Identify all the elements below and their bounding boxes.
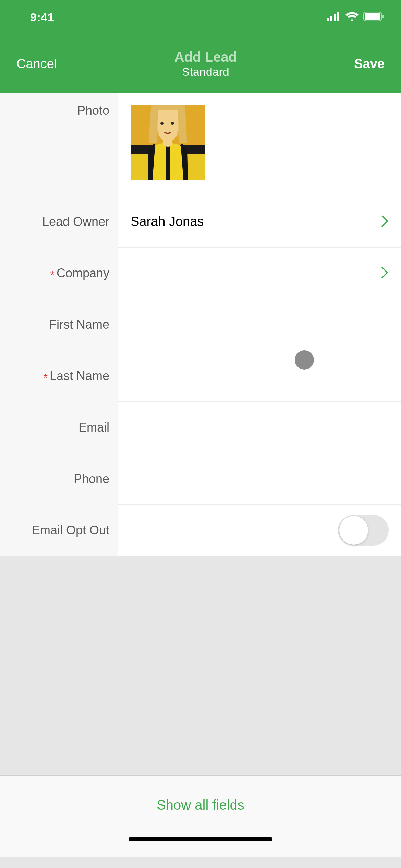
svg-rect-3 [337,12,339,21]
home-indicator[interactable] [129,837,272,841]
required-icon: * [50,269,54,281]
status-bar: 9:41 [0,0,401,34]
first-name-label: First Name [49,317,109,332]
chevron-right-icon [381,215,389,229]
page-title: Add Lead [174,49,237,64]
row-photo: Photo [0,93,401,196]
nav-title-group: Add Lead Standard [174,49,237,79]
home-indicator-area [0,834,401,857]
email-opt-out-toggle[interactable] [338,515,389,546]
photo-cell[interactable] [118,93,401,196]
lead-form: Photo [0,93,401,556]
row-last-name[interactable]: *Last Name [0,350,401,402]
cellular-icon [327,12,341,23]
row-email[interactable]: Email [0,402,401,453]
label-col: First Name [0,299,118,350]
status-indicators [327,12,385,23]
email-label: Email [78,420,109,435]
cursor-indicator [295,350,314,370]
lead-owner-label: Lead Owner [42,215,109,229]
email-opt-out-label: Email Opt Out [32,523,109,538]
battery-icon [363,12,385,23]
label-col: Phone [0,453,118,505]
nav-bar: Cancel Add Lead Standard Save [0,34,401,93]
footer: Show all fields [0,776,401,834]
svg-rect-5 [365,13,380,20]
row-company[interactable]: *Company [0,248,401,299]
row-first-name[interactable]: First Name [0,299,401,350]
toggle-knob [339,516,368,545]
last-name-label: *Last Name [43,369,109,383]
first-name-input[interactable] [118,299,401,350]
label-col: Email Opt Out [0,505,118,556]
svg-point-12 [171,122,174,125]
phone-label: Phone [74,472,109,486]
phone-input[interactable] [118,453,401,505]
wifi-icon [345,12,359,23]
required-icon: * [43,372,47,384]
page-subtitle[interactable]: Standard [174,65,237,79]
company-label: *Company [50,266,109,280]
svg-rect-0 [327,18,329,21]
svg-rect-13 [166,146,170,180]
label-col: Lead Owner [0,196,118,248]
label-col: Photo [0,93,118,196]
label-col: *Company [0,248,118,299]
email-input[interactable] [118,402,401,453]
row-email-opt-out: Email Opt Out [0,505,401,556]
svg-rect-1 [330,16,332,21]
svg-rect-2 [334,14,336,21]
lead-owner-value: Sarah Jonas [131,214,204,229]
lead-owner-value-cell[interactable]: Sarah Jonas [118,196,401,248]
company-value-cell[interactable] [118,248,401,299]
svg-rect-6 [382,15,384,18]
last-name-input[interactable] [118,350,401,402]
show-all-fields-button[interactable]: Show all fields [157,797,244,813]
row-phone[interactable]: Phone [0,453,401,505]
lead-photo-thumbnail[interactable] [131,105,205,180]
empty-space [0,556,401,775]
cancel-button[interactable]: Cancel [16,57,57,71]
label-col: Email [0,402,118,453]
photo-label: Photo [77,104,109,118]
label-col: *Last Name [0,350,118,402]
email-opt-out-cell [118,505,401,556]
status-time: 9:41 [30,11,54,24]
svg-point-11 [160,122,164,125]
save-button[interactable]: Save [354,57,385,71]
row-lead-owner[interactable]: Lead Owner Sarah Jonas [0,196,401,248]
chevron-right-icon [381,266,389,280]
